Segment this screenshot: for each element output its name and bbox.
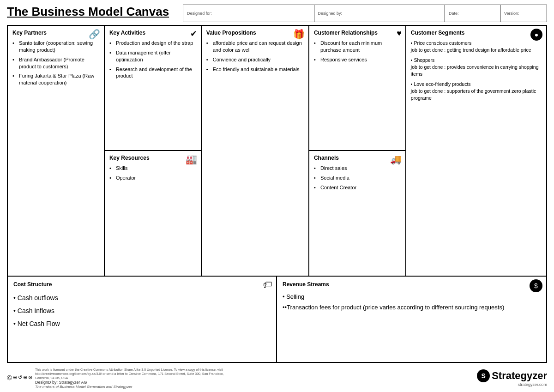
customer-relationships-cell: ♥ Customer Relationships Discount for ea… xyxy=(309,26,405,151)
cc-sa-icon: ↺ xyxy=(18,374,22,381)
cost-item-2: • Cash Inflows xyxy=(13,304,271,317)
footer-credit: DesignD by: Strategyzer AG xyxy=(35,380,238,385)
footer-license-icons: Ⓒ ⊕ ↺ ⊕ ⊗ xyxy=(7,374,32,381)
key-activities-list: Production and design of the strap Data … xyxy=(109,40,196,79)
customer-relationships-title: Customer Relationships xyxy=(314,30,401,36)
key-activities-resources-column: ✔ Key Activities Production and design o… xyxy=(105,26,202,276)
key-partners-list: Santo tailor (cooperation: sewing making… xyxy=(12,40,99,89)
list-item: Responsive services xyxy=(314,56,401,63)
channels-title: Channels xyxy=(314,155,401,161)
channels-cell: 🚚 Channels Direct sales Social media Con… xyxy=(309,151,405,275)
customer-relationships-list: Discount for each minimum purchase amoun… xyxy=(314,40,401,63)
customer-relationships-icon: ♥ xyxy=(397,29,402,38)
cs-paragraph-2: • Shoppersjob to get done : provides con… xyxy=(411,57,542,77)
revenue-item-2: ••Transaction fees for product (price va… xyxy=(283,302,541,313)
cc-extra-icon: ⊕ xyxy=(23,374,27,381)
canvas: 🔗 Key Partners Santo tailor (cooperation… xyxy=(7,25,547,363)
cost-item-3: • Net Cash Flow xyxy=(13,317,271,330)
header-fields: Designed for: Designed by: Date: Version… xyxy=(183,5,547,22)
cc-icon: Ⓒ xyxy=(7,374,12,381)
designed-for-label: Designed for: xyxy=(187,11,310,16)
customer-segments-cell: ● Customer Segments • Price conscious cu… xyxy=(406,26,546,276)
cost-structure-content: • Cash outflows • Cash Inflows • Net Cas… xyxy=(13,291,271,330)
channels-icon: 🚚 xyxy=(390,154,402,165)
key-activities-cell: ✔ Key Activities Production and design o… xyxy=(105,26,201,151)
value-propositions-cell: 🎁 Value Propositions affordable price an… xyxy=(202,26,309,276)
value-propositions-icon: 🎁 xyxy=(293,29,305,40)
list-item: Brand Ambassador (Promote product to cus… xyxy=(12,56,99,70)
key-resources-cell: 🏭 Key Resources Skills Operator xyxy=(105,151,201,275)
strategyzer-brand: Strategyzer xyxy=(492,370,547,382)
designed-for-field[interactable]: Designed for: xyxy=(183,5,314,22)
designed-by-label: Designed by: xyxy=(318,11,441,16)
canvas-bottom-row: 🏷 Cost Structure • Cash outflows • Cash … xyxy=(8,277,546,362)
footer-left: Ⓒ ⊕ ↺ ⊕ ⊗ This work is licensed under th… xyxy=(7,368,238,389)
strategyzer-url: strategyzer.com xyxy=(518,382,547,387)
customer-segments-content: • Price conscious customersjob to get do… xyxy=(411,40,542,102)
channels-list: Direct sales Social media Content Creato… xyxy=(314,165,401,191)
list-item: Eco friendly and suistainable materials xyxy=(206,66,304,73)
cost-structure-cell: 🏷 Cost Structure • Cash outflows • Cash … xyxy=(8,277,277,362)
key-partners-title: Key Partners xyxy=(12,30,99,36)
cc-by-icon: ⊕ xyxy=(13,374,17,381)
main-title: The Business Model Canvas xyxy=(7,5,169,19)
list-item: Skills xyxy=(109,165,196,172)
cc-extra2-icon: ⊗ xyxy=(28,374,32,381)
list-item: Social media xyxy=(314,175,401,181)
revenue-streams-content: • Selling ••Transaction fees for product… xyxy=(283,291,541,313)
footer-text-block: This work is licensed under the Creative… xyxy=(35,368,238,389)
revenue-streams-cell: $ Revenue Streams • Selling ••Transactio… xyxy=(277,277,546,362)
page-wrapper: The Business Model Canvas Designed for: … xyxy=(0,0,554,392)
date-field[interactable]: Date: xyxy=(445,5,500,22)
key-activities-icon: ✔ xyxy=(190,29,197,39)
list-item: Production and design of the strap xyxy=(109,40,196,47)
value-propositions-title: Value Propositions xyxy=(206,30,304,36)
cr-channels-column: ♥ Customer Relationships Discount for ea… xyxy=(309,26,406,276)
canvas-main-row: 🔗 Key Partners Santo tailor (cooperation… xyxy=(8,26,546,277)
key-resources-list: Skills Operator xyxy=(109,165,196,181)
customer-segments-title: Customer Segments xyxy=(411,30,542,36)
footer-license-text: This work is licensed under the Creative… xyxy=(35,368,238,380)
key-resources-title: Key Resources xyxy=(109,155,196,161)
list-item: Content Creator xyxy=(314,184,401,191)
footer: Ⓒ ⊕ ↺ ⊕ ⊗ This work is licensed under th… xyxy=(7,365,547,390)
key-resources-icon: 🏭 xyxy=(186,154,197,165)
cs-paragraph-1: • Price conscious customersjob to get do… xyxy=(411,40,542,53)
value-propositions-list: affordable price and can request design … xyxy=(206,40,304,75)
list-item: Santo tailor (cooperation: sewing making… xyxy=(12,40,99,54)
cost-structure-icon: 🏷 xyxy=(263,279,272,290)
revenue-streams-title: Revenue Streams xyxy=(283,281,541,288)
designed-by-field[interactable]: Designed by: xyxy=(314,5,445,22)
list-item: Direct sales xyxy=(314,165,401,172)
list-item: Research and development of the product xyxy=(109,66,196,80)
version-field[interactable]: Version: xyxy=(500,5,547,22)
cost-item-1: • Cash outflows xyxy=(13,291,271,304)
header-row: The Business Model Canvas Designed for: … xyxy=(7,5,547,22)
list-item: Furing Jakarta & Star Plaza (Raw materia… xyxy=(12,72,99,86)
list-item: Data management (offer optimization xyxy=(109,49,196,63)
key-partners-icon: 🔗 xyxy=(89,29,100,40)
date-label: Date: xyxy=(449,11,496,16)
list-item: Operator xyxy=(109,175,196,181)
footer-right: S Strategyzer strategyzer.com xyxy=(477,369,547,387)
revenue-streams-icon: $ xyxy=(530,279,542,292)
list-item: Convience and practically xyxy=(206,56,304,63)
version-label: Version: xyxy=(504,11,543,16)
list-item: Discount for each minimum purchase amoun… xyxy=(314,40,401,54)
strategyzer-logo: S Strategyzer xyxy=(477,369,547,382)
strategyzer-s-icon: S xyxy=(477,369,490,382)
footer-tagline: The makers of Business Model Generation … xyxy=(35,385,238,389)
customer-segments-icon: ● xyxy=(530,29,542,41)
cost-structure-title: Cost Structure xyxy=(13,281,271,288)
key-activities-title: Key Activities xyxy=(109,30,196,36)
cs-paragraph-3: • Love eco-friendly productsjob to get d… xyxy=(411,81,542,101)
revenue-item-1: • Selling xyxy=(283,291,541,302)
key-partners-cell: 🔗 Key Partners Santo tailor (cooperation… xyxy=(8,26,105,276)
list-item: affordable price and can request design … xyxy=(206,40,304,54)
